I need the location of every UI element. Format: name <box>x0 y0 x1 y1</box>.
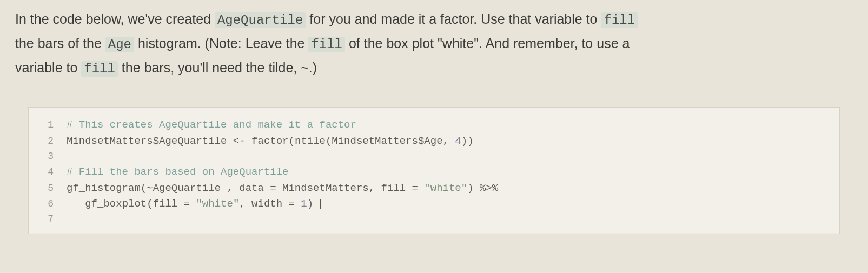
code-token: (~AgeQuartile , data = MindsetMatters, f… <box>141 182 425 194</box>
code-token: "white" <box>424 182 467 194</box>
code-token: factor(ntile(MindsetMatters$Age, <box>246 135 455 147</box>
code-line[interactable]: 7 <box>29 212 839 227</box>
line-number: 4 <box>29 165 67 180</box>
line-number: 7 <box>29 212 67 227</box>
code-line[interactable]: 5gf_histogram(~AgeQuartile , data = Mind… <box>29 181 839 196</box>
code-line[interactable]: 2MindsetMatters$AgeQuartile <- factor(nt… <box>29 134 839 149</box>
code-token-fill: fill <box>81 61 118 77</box>
code-token: , width = <box>239 198 301 210</box>
code-token-agequartile: AgeQuartile <box>215 12 306 28</box>
line-number: 6 <box>29 197 67 212</box>
code-token: MindsetMatters$AgeQuartile <box>67 135 233 147</box>
code-token: gf_histogram <box>67 182 141 194</box>
instr-text: of the box plot "white". And remember, t… <box>345 36 630 51</box>
instr-text: In the code below, we've created <box>15 11 215 26</box>
code-token: )) <box>461 135 474 147</box>
line-body[interactable]: MindsetMatters$AgeQuartile <- factor(nti… <box>67 134 474 149</box>
code-token-fill: fill <box>601 12 638 28</box>
line-number: 5 <box>29 181 67 196</box>
line-body[interactable]: # This creates AgeQuartile and make it a… <box>67 117 356 133</box>
code-line[interactable]: 3 <box>29 149 839 164</box>
line-body[interactable]: gf_boxplot(fill = "white", width = 1) <box>67 196 321 212</box>
code-line[interactable]: 6 gf_boxplot(fill = "white", width = 1) <box>29 196 839 212</box>
text-caret <box>320 199 321 209</box>
instructions-block: In the code below, we've created AgeQuar… <box>0 0 868 80</box>
line-body[interactable]: # Fill the bars based on AgeQuartile <box>67 164 288 180</box>
code-token <box>67 198 85 210</box>
line-number: 1 <box>29 118 67 133</box>
line-body[interactable]: gf_histogram(~AgeQuartile , data = Minds… <box>67 181 498 196</box>
instr-text: the bars of the <box>15 36 105 51</box>
instr-text: the bars, you'll need the tilde, ~.) <box>118 60 317 75</box>
code-line[interactable]: 4# Fill the bars based on AgeQuartile <box>29 164 839 180</box>
code-token-age: Age <box>105 37 134 52</box>
code-line[interactable]: 1# This creates AgeQuartile and make it … <box>29 117 839 133</box>
code-token: ) <box>307 198 320 210</box>
code-token-fill: fill <box>308 37 345 52</box>
code-token: ) <box>467 182 480 194</box>
instr-text: for you and made it a factor. Use that v… <box>306 11 601 26</box>
code-editor[interactable]: 1# This creates AgeQuartile and make it … <box>28 107 840 234</box>
code-token: 1 <box>301 198 307 210</box>
code-token: <- <box>233 135 246 147</box>
code-token: (fill = <box>147 198 196 210</box>
code-token: gf_boxplot <box>85 198 147 210</box>
code-token: %>% <box>480 182 498 194</box>
code-token: # Fill the bars based on AgeQuartile <box>67 166 288 178</box>
code-token: # This creates AgeQuartile and make it a… <box>67 119 356 131</box>
instr-text: variable to <box>15 60 81 75</box>
instr-text: histogram. (Note: Leave the <box>134 36 308 51</box>
line-number: 2 <box>29 134 67 149</box>
code-token: "white" <box>196 198 239 210</box>
line-number: 3 <box>29 149 67 164</box>
code-token: 4 <box>455 135 461 147</box>
